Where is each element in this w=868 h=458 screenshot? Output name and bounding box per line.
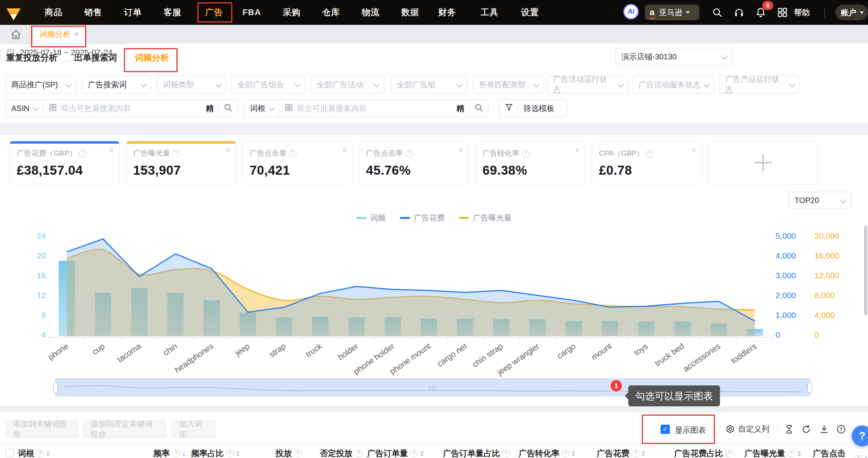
metric-card-4[interactable]: 广告点击率?45.76%× bbox=[359, 141, 469, 184]
column-header-3[interactable]: 频率占比? bbox=[191, 448, 240, 458]
filter-select-7[interactable]: 所有匹配类型 bbox=[473, 76, 544, 94]
nav-item-3[interactable]: 订单 bbox=[112, 0, 154, 25]
metric-card-5[interactable]: 广告转化率?69.38%× bbox=[475, 141, 586, 184]
legend-item-3[interactable]: 广告曝光量 bbox=[459, 213, 512, 223]
column-header-8[interactable]: 广告转化率? bbox=[519, 448, 575, 458]
help-circle-icon[interactable]: ? bbox=[502, 449, 510, 457]
metric-card-1[interactable]: 广告花费（GBP）?£38,157.04× bbox=[9, 141, 120, 184]
column-header-1[interactable]: 词根? bbox=[18, 448, 50, 458]
exact-match-toggle[interactable]: 精 bbox=[457, 103, 464, 114]
root-type-select[interactable]: 词根 bbox=[244, 100, 279, 117]
nav-item-7[interactable]: 采购 bbox=[270, 0, 313, 25]
history-hourglass-icon[interactable] bbox=[784, 424, 794, 434]
bulk-button-3[interactable]: 加入词库 bbox=[172, 421, 216, 438]
search-icon[interactable] bbox=[712, 7, 723, 18]
help-circle-icon[interactable]: ? bbox=[172, 449, 180, 457]
metric-card-7[interactable] bbox=[708, 141, 818, 184]
help-circle-icon[interactable]: ? bbox=[854, 455, 862, 458]
column-header-12[interactable]: 广告点击量? bbox=[813, 448, 868, 458]
subtab-2[interactable]: 出单搜索词 bbox=[74, 52, 117, 64]
filter-select-9[interactable]: 广告活动服务状态 bbox=[633, 76, 714, 94]
help-circle-icon[interactable]: ? bbox=[79, 149, 87, 157]
close-icon[interactable]: × bbox=[226, 146, 230, 155]
column-header-2[interactable]: 频率?↓ bbox=[153, 448, 186, 458]
sort-toggle-icon[interactable] bbox=[420, 451, 424, 456]
help-circle-icon[interactable]: ? bbox=[836, 424, 846, 434]
help-circle-icon[interactable]: ? bbox=[410, 449, 418, 457]
filter-select-4[interactable]: 全部广告组合 bbox=[232, 76, 305, 94]
exact-match-toggle[interactable]: 精 bbox=[206, 103, 214, 114]
nav-item-13[interactable]: 设置 bbox=[509, 0, 551, 25]
sort-toggle-icon[interactable] bbox=[572, 451, 575, 456]
headset-support-icon[interactable] bbox=[734, 7, 744, 18]
app-logo-icon[interactable] bbox=[4, 3, 23, 23]
filter-select-2[interactable]: 广告搜索词 bbox=[82, 76, 151, 94]
filter-select-6[interactable]: 全部广告组 bbox=[391, 76, 467, 94]
top-n-select[interactable]: TOP20 bbox=[789, 192, 851, 209]
nav-item-11[interactable]: 财务 bbox=[426, 0, 469, 25]
nav-item-8[interactable]: 仓库 bbox=[310, 0, 352, 25]
metric-card-3[interactable]: 广告点击量?70,421× bbox=[242, 141, 352, 184]
help-circle-icon[interactable]: ? bbox=[788, 449, 795, 457]
column-header-5[interactable]: 否定投放? bbox=[320, 448, 363, 458]
account-menu[interactable]: 账户 bbox=[835, 5, 868, 20]
ai-assistant-icon[interactable]: AI bbox=[623, 4, 639, 19]
help-circle-icon[interactable]: ? bbox=[562, 449, 570, 457]
customize-columns-button[interactable]: 自定义列 bbox=[725, 424, 769, 434]
help-circle-icon[interactable]: ? bbox=[646, 149, 654, 157]
close-icon[interactable]: × bbox=[692, 146, 696, 155]
sort-toggle-icon[interactable] bbox=[864, 456, 868, 458]
metric-card-2[interactable]: 广告曝光量?153,907× bbox=[126, 141, 236, 184]
refresh-icon[interactable] bbox=[801, 424, 811, 434]
metric-card-6[interactable]: CPA（GBP）?£0.78× bbox=[592, 141, 702, 184]
funnel-filter-icon[interactable] bbox=[504, 103, 514, 114]
help-circle-icon[interactable]: ? bbox=[632, 449, 640, 457]
sort-toggle-icon[interactable] bbox=[641, 451, 645, 456]
sort-toggle-icon[interactable] bbox=[797, 451, 801, 456]
filter-select-1[interactable]: 商品推广(SP) bbox=[5, 76, 76, 94]
help-circle-icon[interactable]: ? bbox=[355, 449, 363, 457]
search-icon[interactable] bbox=[474, 103, 483, 114]
help-circle-icon[interactable]: ? bbox=[173, 149, 180, 157]
show-chart-label[interactable]: 显示图表 bbox=[675, 425, 706, 435]
nav-item-5[interactable]: 广告 bbox=[193, 0, 235, 25]
close-icon[interactable]: × bbox=[458, 146, 463, 155]
sort-toggle-icon[interactable] bbox=[236, 451, 240, 456]
help-circle-icon[interactable]: ? bbox=[289, 149, 296, 157]
close-icon[interactable]: × bbox=[75, 30, 79, 38]
help-circle-icon[interactable]: ? bbox=[226, 449, 234, 457]
download-icon[interactable] bbox=[819, 424, 829, 434]
select-all-checkbox[interactable] bbox=[5, 449, 14, 457]
help-circle-icon[interactable]: ? bbox=[37, 449, 44, 457]
help-link[interactable]: 帮助 bbox=[794, 0, 810, 25]
search-icon[interactable] bbox=[223, 103, 233, 114]
root-batch-search-input[interactable]: 双击可批量搜索内容 bbox=[297, 103, 457, 114]
column-header-6[interactable]: 广告订单量? bbox=[367, 448, 424, 458]
asin-batch-search-input[interactable]: 双击可批量搜索内容 bbox=[61, 103, 206, 114]
marketplace-switcher[interactable]: a 亚马逊 bbox=[645, 5, 699, 20]
apps-grid-icon[interactable] bbox=[777, 7, 788, 18]
help-circle-icon[interactable]: ? bbox=[405, 149, 413, 157]
home-tab-button[interactable] bbox=[7, 28, 25, 41]
bulk-button-2[interactable]: 添加到否定关键词投放 bbox=[83, 421, 166, 438]
filter-select-5[interactable]: 全部广告活动 bbox=[311, 76, 384, 94]
store-select[interactable]: 演示店铺-30130 bbox=[615, 48, 732, 66]
page-scrollbar-thumb[interactable] bbox=[864, 226, 867, 315]
sort-toggle-icon[interactable] bbox=[46, 451, 50, 456]
nav-item-1[interactable]: 商品 bbox=[32, 0, 75, 25]
nav-item-4[interactable]: 客服 bbox=[151, 0, 194, 25]
subtab-3[interactable]: 词频分析 bbox=[135, 52, 169, 64]
help-circle-icon[interactable]: ? bbox=[294, 449, 302, 457]
datazoom-right-handle[interactable] bbox=[807, 382, 812, 393]
nav-item-2[interactable]: 销售 bbox=[72, 0, 115, 25]
datazoom-left-handle[interactable] bbox=[53, 382, 58, 393]
nav-item-10[interactable]: 数据 bbox=[389, 0, 432, 25]
column-header-7[interactable]: 广告订单量占比? bbox=[443, 448, 510, 458]
column-header-9[interactable]: 广告花费? bbox=[597, 448, 645, 458]
filter-select-3[interactable]: 词根类型 bbox=[157, 76, 226, 94]
nav-item-9[interactable]: 物流 bbox=[349, 0, 392, 25]
bulk-button-1[interactable]: 添加到关键词投放 bbox=[5, 421, 78, 438]
close-icon[interactable]: × bbox=[109, 146, 114, 155]
column-header-10[interactable]: 广告花费占比? bbox=[674, 448, 733, 458]
legend-item-1[interactable]: 词频 bbox=[356, 213, 386, 223]
